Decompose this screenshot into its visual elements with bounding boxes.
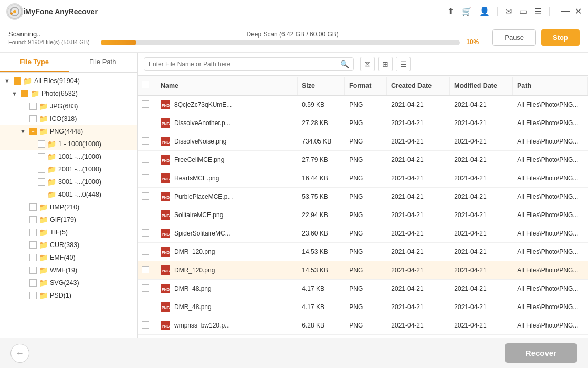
- menu-icon[interactable]: ☰: [534, 6, 542, 16]
- table-row[interactable]: PNG SolitaireMCE.png 22.94 KB PNG 2021-0…: [138, 206, 588, 224]
- tree-item[interactable]: 📁CUR(383): [0, 239, 137, 251]
- tree-checkbox[interactable]: [38, 153, 45, 160]
- tree-item[interactable]: 📁BMP(210): [0, 201, 137, 213]
- table-row[interactable]: PNG 8QcjeZc73qKUmE... 0.59 KB PNG 2021-0…: [138, 96, 588, 114]
- row-checkbox[interactable]: [138, 115, 156, 132]
- tree-item[interactable]: 📁EMF(40): [0, 251, 137, 264]
- tree-item[interactable]: 📁PSD(1): [0, 289, 137, 302]
- tree-checkbox[interactable]: −: [29, 128, 37, 135]
- row-format: PNG: [345, 226, 387, 241]
- file-name: wmpnss_bw120.p...: [174, 322, 230, 329]
- folder-icon: 📁: [39, 115, 48, 123]
- tree-checkbox[interactable]: [29, 241, 37, 249]
- share-icon[interactable]: ⬆: [447, 6, 454, 16]
- tree-checkbox[interactable]: [29, 267, 37, 274]
- table-row[interactable]: PNG DMR_48.png 4.17 KB PNG 2021-04-21 20…: [138, 280, 588, 298]
- row-format: PNG: [345, 207, 387, 223]
- tree-item[interactable]: ▼−📁PNG(4448): [0, 125, 137, 138]
- file-name: DMR_120.png: [174, 267, 215, 274]
- tree-item[interactable]: 📁SVG(243): [0, 277, 137, 289]
- tree-checkbox[interactable]: [29, 103, 37, 110]
- file-type-icon: PNG: [161, 265, 170, 275]
- tree-item[interactable]: 📁1001 -...(1000): [0, 150, 137, 163]
- minimize-icon[interactable]: —: [561, 6, 570, 16]
- tree-item[interactable]: 📁JPG(683): [0, 100, 137, 113]
- tree-checkbox[interactable]: [38, 191, 45, 198]
- recover-button[interactable]: Recover: [505, 343, 578, 363]
- tree-checkbox[interactable]: [38, 178, 45, 186]
- search-icon[interactable]: 🔍: [340, 60, 349, 68]
- row-checkbox[interactable]: [138, 280, 156, 298]
- row-checkbox[interactable]: [138, 170, 156, 187]
- tree-checkbox[interactable]: [38, 166, 45, 173]
- mail-icon[interactable]: ✉: [505, 6, 512, 16]
- row-format: PNG: [345, 244, 387, 260]
- row-checkbox[interactable]: [138, 262, 156, 279]
- tree-item[interactable]: 📁4001 -...0(448): [0, 188, 137, 201]
- table-row[interactable]: PNG HeartsMCE.png 16.44 KB PNG 2021-04-2…: [138, 169, 588, 188]
- row-checkbox[interactable]: [138, 133, 156, 150]
- list-view-button[interactable]: ☰: [396, 57, 411, 71]
- tree-checkbox[interactable]: −: [21, 90, 28, 97]
- table-row[interactable]: PNG DMR_120.png 14.53 KB PNG 2021-04-21 …: [138, 243, 588, 261]
- expand-icon[interactable]: ▼: [12, 90, 19, 97]
- pause-button[interactable]: Pause: [492, 29, 536, 46]
- expand-icon[interactable]: ▼: [4, 78, 12, 84]
- bottom-bar: ← Recover: [0, 338, 588, 368]
- tree-item[interactable]: 📁ICO(318): [0, 113, 137, 125]
- grid-view-button[interactable]: ⊞: [378, 57, 393, 71]
- row-checkbox[interactable]: [138, 96, 156, 114]
- tree-item[interactable]: ▼−📁Photo(6532): [0, 87, 137, 100]
- tree-item[interactable]: 📁3001 -...(1000): [0, 176, 137, 188]
- tree-checkbox[interactable]: [29, 279, 37, 287]
- table-row[interactable]: PNG DissolveNoise.png 734.05 KB PNG 2021…: [138, 132, 588, 151]
- row-checkbox[interactable]: [138, 243, 156, 261]
- tree-item[interactable]: 📁2001 -...(1000): [0, 163, 137, 176]
- row-checkbox[interactable]: [138, 188, 156, 206]
- row-path: All Files\Photo\PNG...: [513, 318, 588, 333]
- tree-checkbox[interactable]: [38, 140, 45, 148]
- scan-status-title: Scanning..: [8, 30, 92, 38]
- row-checkbox[interactable]: [138, 299, 156, 316]
- tree-item[interactable]: ▼−📁All Files(91904): [0, 75, 137, 87]
- cart-icon[interactable]: 🛒: [461, 6, 472, 16]
- search-box[interactable]: 🔍: [144, 57, 354, 71]
- tree-item[interactable]: 📁1 - 1000(1000): [0, 138, 137, 150]
- row-created: 2021-04-21: [387, 97, 450, 113]
- row-checkbox[interactable]: [138, 151, 156, 169]
- filter-button[interactable]: ⧖: [360, 57, 375, 71]
- row-checkbox[interactable]: [138, 225, 156, 242]
- file-name: DMR_120.png: [174, 248, 215, 255]
- row-path: All Files\Photo\PNG...: [513, 281, 588, 297]
- user-icon[interactable]: 👤: [479, 6, 490, 16]
- row-checkbox[interactable]: [138, 207, 156, 224]
- tree-item[interactable]: 📁GIF(179): [0, 213, 137, 226]
- tab-file-type[interactable]: File Type: [0, 53, 69, 72]
- tree-checkbox[interactable]: [29, 203, 37, 211]
- tree-checkbox[interactable]: [29, 216, 37, 223]
- tab-file-path[interactable]: File Path: [69, 53, 138, 72]
- tree-item-label: CUR(383): [50, 241, 133, 249]
- tree-checkbox[interactable]: [29, 292, 37, 299]
- row-checkbox[interactable]: [138, 317, 156, 334]
- app-title: iMyFone AnyRecover: [23, 7, 447, 16]
- window-icon[interactable]: ▭: [519, 6, 527, 16]
- stop-button[interactable]: Stop: [541, 29, 580, 46]
- table-row[interactable]: PNG wmpnss_bw120.p... 6.28 KB PNG 2021-0…: [138, 316, 588, 335]
- expand-icon[interactable]: ▼: [20, 128, 27, 135]
- search-input[interactable]: [149, 60, 340, 68]
- tree-checkbox[interactable]: [29, 229, 37, 236]
- close-icon[interactable]: ✕: [575, 6, 582, 16]
- table-row[interactable]: PNG PurblePlaceMCE.p... 53.75 KB PNG 202…: [138, 188, 588, 206]
- table-row[interactable]: PNG SpiderSolitaireMC... 23.60 KB PNG 20…: [138, 224, 588, 243]
- table-row[interactable]: PNG FreeCellMCE.png 27.79 KB PNG 2021-04…: [138, 151, 588, 169]
- tree-checkbox[interactable]: [29, 115, 37, 122]
- tree-item[interactable]: 📁WMF(19): [0, 264, 137, 277]
- tree-item[interactable]: 📁TIF(5): [0, 226, 137, 239]
- table-row[interactable]: PNG DissolveAnother.p... 27.28 KB PNG 20…: [138, 114, 588, 132]
- tree-checkbox[interactable]: [29, 254, 37, 261]
- tree-checkbox[interactable]: −: [14, 77, 21, 85]
- table-row[interactable]: PNG DMR_48.png 4.17 KB PNG 2021-04-21 20…: [138, 298, 588, 316]
- back-button[interactable]: ←: [10, 344, 29, 363]
- table-row[interactable]: PNG DMR_120.png 14.53 KB PNG 2021-04-21 …: [138, 261, 588, 280]
